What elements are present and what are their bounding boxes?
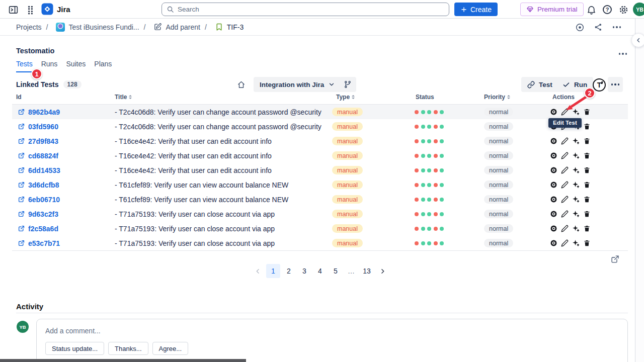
ai-assist-button[interactable]	[572, 152, 580, 160]
home-icon[interactable]	[237, 80, 246, 89]
test-id-link[interactable]: 3d6dcfb8	[28, 181, 59, 189]
test-id-link[interactable]: 9d63c2f3	[28, 210, 58, 218]
view-test-button[interactable]	[549, 152, 557, 160]
table-row[interactable]: 8962b4a9 - T2c4c06d8: Verify user can ch…	[12, 105, 628, 119]
pagination-prev-icon[interactable]	[251, 264, 265, 278]
column-header-type[interactable]: Type	[336, 94, 355, 101]
pagination-page-2[interactable]: 2	[282, 264, 296, 278]
branch-selector[interactable]: Integration with Jira	[254, 77, 341, 92]
breadcrumb-add-parent[interactable]: Add parent	[144, 23, 200, 31]
testomatio-logo[interactable]: T	[593, 78, 606, 92]
view-test-button[interactable]	[549, 181, 557, 189]
delete-test-button[interactable]	[583, 210, 591, 218]
table-row[interactable]: 9d63c2f3 - T71a75193: Verify user can cl…	[12, 207, 628, 221]
comment-box[interactable]: Add a comment... Status update...Thanks.…	[36, 319, 628, 362]
table-row[interactable]: 3d6dcfb8 - T61cfef89: Verify user can vi…	[12, 177, 628, 192]
comment-input[interactable]: Add a comment...	[45, 327, 101, 335]
tab-suites[interactable]: Suites	[66, 60, 86, 72]
table-row[interactable]: f2c58a6d - T71a75193: Verify user can cl…	[12, 221, 628, 236]
ai-assist-button[interactable]	[572, 137, 580, 145]
test-id-link[interactable]: cd68824f	[28, 152, 58, 160]
table-row[interactable]: 6eb06710 - T61cfef89: Verify user can vi…	[12, 192, 628, 207]
app-switcher-icon[interactable]	[24, 4, 36, 16]
test-id-link[interactable]: e53c7b71	[28, 239, 60, 247]
view-test-button[interactable]	[549, 210, 557, 218]
table-row[interactable]: cd68824f - T16ce4e42: Verify that user c…	[12, 148, 628, 163]
tab-runs[interactable]: Runs	[41, 60, 58, 72]
test-id-link[interactable]: 8962b4a9	[28, 108, 60, 116]
test-id-link[interactable]: 6dd14533	[28, 166, 60, 174]
view-test-button[interactable]	[549, 196, 557, 204]
delete-test-button[interactable]	[583, 137, 591, 145]
edit-test-button[interactable]	[560, 196, 569, 204]
column-header-priority[interactable]: Priority	[484, 94, 510, 101]
edit-test-button[interactable]	[560, 166, 569, 174]
pagination-page-5[interactable]: 5	[329, 264, 343, 278]
delete-test-button[interactable]	[583, 152, 591, 160]
settings-icon[interactable]	[617, 4, 629, 16]
test-id-link[interactable]: 6eb06710	[28, 196, 60, 204]
premium-trial-button[interactable]: Premium trial	[520, 3, 584, 16]
collapse-panel-button[interactable]	[631, 33, 644, 47]
help-icon[interactable]: ?	[601, 4, 613, 16]
view-test-button[interactable]	[549, 137, 557, 145]
delete-test-button[interactable]	[583, 225, 591, 233]
delete-test-button[interactable]	[583, 166, 591, 174]
pagination-page-13[interactable]: 13	[360, 264, 374, 278]
create-button[interactable]: Create	[454, 3, 498, 16]
view-test-button[interactable]	[549, 225, 557, 233]
breadcrumb-issue[interactable]: TIF-3	[205, 23, 244, 31]
search-input[interactable]	[178, 6, 444, 13]
column-header-title[interactable]: Title	[115, 94, 132, 101]
panel-more-button[interactable]	[616, 47, 630, 61]
column-header-status[interactable]: Status	[416, 94, 434, 101]
breadcrumb-projects[interactable]: Projects	[16, 23, 42, 31]
edit-test-button[interactable]	[560, 210, 569, 218]
delete-test-button[interactable]	[583, 181, 591, 189]
test-id-link[interactable]: 27d9f843	[28, 137, 58, 145]
view-test-button[interactable]	[549, 166, 557, 174]
column-header-id[interactable]: Id	[16, 94, 22, 101]
ai-assist-button[interactable]	[572, 181, 580, 189]
user-avatar[interactable]: YB	[633, 3, 644, 16]
search-box[interactable]	[162, 3, 449, 16]
view-test-button[interactable]	[549, 108, 557, 116]
breadcrumb-project[interactable]: Test iBusiness Fundi...	[46, 23, 139, 32]
share-button[interactable]	[591, 20, 605, 34]
table-row[interactable]: 6dd14533 - T16ce4e42: Verify that user c…	[12, 163, 628, 177]
table-row[interactable]: 27d9f843 - T16ce4e42: Verify that user c…	[12, 134, 628, 148]
pagination-next-icon[interactable]	[375, 264, 389, 278]
tab-plans[interactable]: Plans	[94, 60, 112, 72]
ai-assist-button[interactable]	[572, 239, 580, 247]
export-icon[interactable]	[611, 255, 619, 263]
ai-assist-button[interactable]	[572, 166, 580, 174]
link-test-button[interactable]: Test	[521, 77, 558, 92]
delete-test-button[interactable]	[583, 196, 591, 204]
ai-assist-button[interactable]	[572, 210, 580, 218]
edit-test-button[interactable]	[560, 137, 569, 145]
notifications-icon[interactable]	[585, 4, 597, 16]
watch-button[interactable]	[573, 20, 587, 34]
branch-icon-button[interactable]	[339, 77, 356, 92]
edit-test-button[interactable]	[560, 152, 569, 160]
table-row[interactable]: 03fd5960 - T2c4c06d8: Verify user can ch…	[12, 119, 628, 134]
pagination-page-4[interactable]: 4	[313, 264, 327, 278]
edit-test-button[interactable]	[560, 181, 569, 189]
edit-test-button[interactable]	[560, 239, 569, 247]
quick-reply-chip[interactable]: Agree...	[152, 342, 189, 355]
delete-test-button[interactable]	[583, 239, 591, 247]
edit-test-button[interactable]	[560, 225, 569, 233]
table-row[interactable]: e53c7b71 - T71a75193: Verify user can cl…	[12, 236, 628, 250]
tab-tests[interactable]: Tests	[16, 60, 33, 72]
sidebar-toggle-icon[interactable]	[7, 4, 19, 16]
pagination-page-3[interactable]: 3	[297, 264, 311, 278]
view-test-button[interactable]	[549, 239, 557, 247]
panel-toolbar-more-button[interactable]	[608, 77, 623, 92]
jira-logo[interactable]: Jira	[41, 3, 70, 15]
ai-assist-button[interactable]	[572, 196, 580, 204]
test-id-link[interactable]: f2c58a6d	[28, 225, 58, 233]
ai-assist-button[interactable]	[572, 225, 580, 233]
test-id-link[interactable]: 03fd5960	[28, 123, 58, 131]
quick-reply-chip[interactable]: Thanks...	[108, 342, 148, 355]
pagination-page-1[interactable]: 1	[266, 264, 280, 278]
